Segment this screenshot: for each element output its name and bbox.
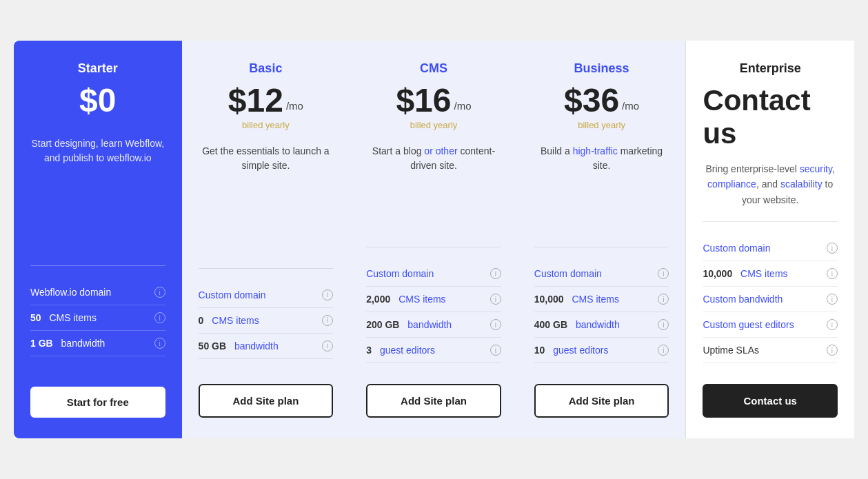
info-icon[interactable]: i — [827, 319, 838, 330]
feature-label: Webflow.io domain — [30, 287, 111, 298]
feature-link[interactable]: Custom domain — [366, 268, 434, 279]
basic-features: Custom domain i 0 CMS items i 50 GB band… — [199, 268, 334, 364]
feature-value: 200 GB — [366, 319, 399, 330]
feature-item: 10,000 CMS items i — [534, 287, 669, 312]
feature-item: 3 guest editors i — [366, 338, 501, 363]
feature-link[interactable]: Custom domain — [703, 243, 770, 254]
feature-item: Custom bandwidth i — [703, 287, 838, 312]
basic-plan-name: Basic — [199, 61, 334, 76]
enterprise-features: Custom domain i 10,000 CMS items i Custo… — [703, 221, 838, 363]
basic-price-period: /mo — [286, 100, 303, 112]
info-icon[interactable]: i — [658, 345, 669, 356]
info-icon[interactable]: i — [827, 294, 838, 305]
cms-description: Start a blog or other content-driven sit… — [366, 144, 501, 173]
info-icon[interactable]: i — [827, 345, 838, 356]
info-icon[interactable]: i — [490, 319, 501, 330]
starter-cta-button[interactable]: Start for free — [30, 387, 165, 418]
info-icon[interactable]: i — [154, 338, 165, 349]
info-icon[interactable]: i — [490, 294, 501, 305]
business-billed-yearly: billed yearly — [534, 120, 669, 130]
feature-label: Custom guest editors — [703, 319, 794, 330]
plan-basic: Basic $12 /mo billed yearly Get the esse… — [182, 41, 350, 438]
cms-cta-button[interactable]: Add Site plan — [366, 384, 501, 418]
feature-label: 0 CMS items — [199, 315, 259, 326]
info-icon[interactable]: i — [827, 243, 838, 254]
feature-value: 0 — [199, 315, 204, 326]
feature-item: 400 GB bandwidth i — [534, 312, 669, 338]
feature-item: 0 CMS items i — [199, 308, 334, 334]
starter-features: Webflow.io domain i 50 CMS items i 1 GB … — [30, 265, 165, 366]
info-icon[interactable]: i — [827, 268, 838, 279]
feature-item: 10,000 CMS items i — [703, 261, 838, 287]
feature-label: 10,000 CMS items — [703, 268, 787, 279]
business-plan-name: Business — [534, 61, 669, 76]
feature-item: 200 GB bandwidth i — [366, 312, 501, 338]
feature-value: 10,000 — [534, 294, 564, 305]
feature-label: 400 GB bandwidth — [534, 319, 620, 330]
feature-item: 50 CMS items i — [30, 305, 165, 331]
plan-business: Business $36 /mo billed yearly Build a h… — [518, 41, 686, 438]
enterprise-plan-name: Enterprise — [703, 61, 838, 76]
feature-value: 1 GB — [30, 338, 53, 349]
feature-link[interactable]: Custom domain — [199, 289, 266, 300]
feature-value: 400 GB — [534, 319, 567, 330]
feature-item: 1 GB bandwidth i — [30, 331, 165, 356]
info-icon[interactable]: i — [490, 268, 501, 279]
feature-label: 3 guest editors — [366, 345, 435, 356]
feature-link[interactable]: Custom domain — [534, 268, 602, 279]
info-icon[interactable]: i — [322, 340, 333, 351]
feature-label: Custom domain — [199, 289, 266, 300]
cms-price: $16 — [396, 84, 451, 117]
business-cta-button[interactable]: Add Site plan — [534, 384, 669, 418]
feature-label: Custom bandwidth — [703, 294, 783, 305]
info-icon[interactable]: i — [322, 289, 333, 300]
basic-cta-button[interactable]: Add Site plan — [199, 384, 334, 418]
enterprise-description: Bring enterprise-level security, complia… — [703, 161, 838, 207]
feature-value: 2,000 — [366, 294, 390, 305]
feature-label: 1 GB bandwidth — [30, 338, 105, 349]
enterprise-cta-button[interactable]: Contact us — [703, 384, 838, 418]
cms-billed-yearly: billed yearly — [366, 120, 501, 130]
feature-item: 10 guest editors i — [534, 338, 669, 363]
cms-price-period: /mo — [454, 100, 472, 112]
feature-item: Webflow.io domain i — [30, 280, 165, 305]
feature-label: 50 CMS items — [30, 312, 97, 323]
feature-value: 10,000 — [703, 268, 732, 279]
plan-enterprise: Enterprise Contact us Bring enterprise-l… — [685, 41, 854, 438]
feature-item: 2,000 CMS items i — [366, 287, 501, 312]
feature-label: 200 GB bandwidth — [366, 319, 452, 330]
feature-label: Uptime SLAs — [703, 345, 759, 356]
info-icon[interactable]: i — [658, 319, 669, 330]
feature-item: Custom domain i — [534, 261, 669, 287]
feature-label: Custom domain — [366, 268, 434, 279]
info-icon[interactable]: i — [154, 287, 165, 298]
enterprise-contact-title: Contact us — [703, 84, 838, 150]
plan-cms: CMS $16 /mo billed yearly Start a blog o… — [350, 41, 518, 438]
feature-value: 50 — [30, 312, 41, 323]
feature-value: 10 — [534, 345, 545, 356]
feature-item: Custom domain i — [199, 283, 334, 308]
cms-plan-name: CMS — [366, 61, 501, 76]
plan-starter: Starter $0 Start designing, learn Webflo… — [14, 41, 182, 438]
feature-link[interactable]: Custom guest editors — [703, 319, 794, 330]
starter-description: Start designing, learn Webflow, and publ… — [30, 136, 165, 165]
feature-item: Custom guest editors i — [703, 312, 838, 338]
feature-link[interactable]: Custom bandwidth — [703, 294, 783, 305]
business-price: $36 — [564, 84, 619, 117]
pricing-table: Starter $0 Start designing, learn Webflo… — [14, 41, 854, 438]
feature-item: Custom domain i — [366, 261, 501, 287]
info-icon[interactable]: i — [154, 312, 165, 323]
info-icon[interactable]: i — [658, 294, 669, 305]
feature-value: 50 GB — [199, 340, 226, 351]
info-icon[interactable]: i — [658, 268, 669, 279]
basic-price: $12 — [228, 84, 283, 117]
feature-label: 10,000 CMS items — [534, 294, 619, 305]
business-description: Build a high-traffic marketing site. — [534, 144, 669, 173]
starter-plan-name: Starter — [30, 61, 165, 76]
info-icon[interactable]: i — [490, 345, 501, 356]
starter-price: $0 — [79, 84, 116, 117]
feature-item: 50 GB bandwidth i — [199, 334, 334, 359]
feature-label: 2,000 CMS items — [366, 294, 445, 305]
info-icon[interactable]: i — [322, 315, 333, 326]
feature-item: Custom domain i — [703, 236, 838, 261]
